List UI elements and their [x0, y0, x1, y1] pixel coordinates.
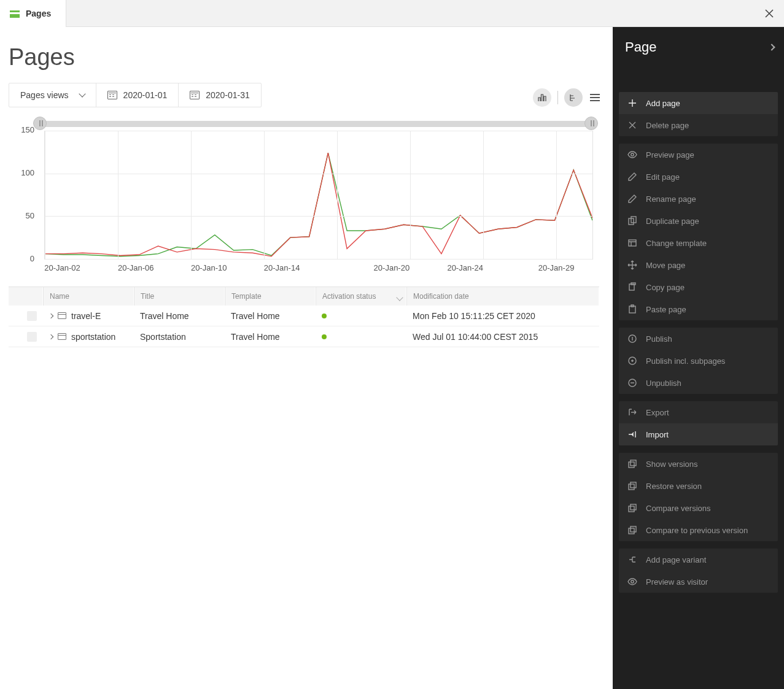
metric-label: Pages views	[20, 90, 69, 100]
svg-rect-16	[631, 504, 636, 510]
sidebar-group: ExportImport	[619, 401, 778, 445]
page-icon	[58, 312, 66, 319]
tab-pages[interactable]: Pages	[0, 0, 66, 27]
date-to-input[interactable]: 2020-01-31	[178, 83, 261, 107]
sidebar-action-delete-page: Delete page	[619, 114, 778, 136]
variant-icon	[627, 555, 637, 564]
x-tick: 20-Jan-24	[447, 263, 483, 272]
sidebar-title: Page	[625, 39, 656, 55]
calendar-icon	[190, 91, 200, 99]
date-from-input[interactable]: 2020-01-01	[96, 83, 179, 107]
svg-rect-13	[629, 484, 634, 490]
cell-name: travel-E	[71, 311, 101, 321]
slider-track	[38, 121, 593, 127]
calendar-icon	[107, 91, 117, 99]
unpublish-icon	[627, 378, 637, 388]
x-tick: 20-Jan-10	[191, 263, 227, 272]
table-body: travel-ETravel HomeTravel HomeMon Feb 10…	[9, 306, 599, 347]
svg-rect-14	[631, 482, 636, 488]
sidebar-header[interactable]: Page	[613, 27, 784, 67]
sidebar-action-add-page-variant: Add page variant	[619, 549, 778, 571]
sidebar-action-preview-page: Preview page	[619, 144, 778, 166]
svg-point-0	[631, 153, 634, 156]
y-tick: 50	[26, 211, 34, 220]
x-axis: 20-Jan-0220-Jan-0620-Jan-1020-Jan-1420-J…	[44, 263, 593, 277]
expand-icon[interactable]	[49, 313, 53, 318]
sidebar-action-label: Paste page	[646, 305, 686, 314]
sidebar-action-change-template: Change template	[619, 232, 778, 254]
x-tick: 20-Jan-14	[264, 263, 300, 272]
export-icon	[627, 407, 637, 417]
sidebar-action-copy-page: Copy page	[619, 276, 778, 298]
row-checkbox[interactable]	[27, 332, 37, 342]
sidebar-action-label: Publish incl. subpages	[646, 356, 725, 366]
eye-icon	[627, 150, 637, 160]
sidebar-action-label: Publish	[646, 334, 672, 344]
list-view-button[interactable]	[590, 94, 600, 101]
svg-rect-15	[629, 506, 634, 512]
slider-handle-left[interactable]	[33, 117, 47, 130]
series-line	[45, 153, 592, 256]
svg-rect-12	[631, 460, 636, 466]
svg-point-19	[631, 580, 634, 583]
table-row[interactable]: sportstationSportstationTravel HomeWed J…	[9, 326, 599, 347]
action-sidebar: Page Add pageDelete pagePreview pageEdit…	[613, 27, 784, 689]
sidebar-group: PublishPublish incl. subpagesUnpublish	[619, 328, 778, 394]
expand-icon[interactable]	[49, 334, 53, 339]
sidebar-group: Add page variantPreview as visitor	[619, 549, 778, 593]
sidebar-action-import[interactable]: Import	[619, 423, 778, 445]
col-template[interactable]: Template	[225, 287, 316, 306]
sidebar-action-duplicate-page: Duplicate page	[619, 210, 778, 232]
row-checkbox[interactable]	[27, 311, 37, 321]
pencil-icon	[627, 172, 637, 182]
sidebar-action-label: Edit page	[646, 172, 680, 182]
page-icon	[58, 333, 66, 340]
x-tick: 20-Jan-06	[118, 263, 154, 272]
close-icon[interactable]	[763, 7, 775, 20]
col-title[interactable]: Title	[134, 287, 225, 306]
y-tick: 100	[21, 168, 34, 177]
chart-view-button[interactable]	[533, 88, 551, 107]
sidebar-action-add-page[interactable]: Add page	[619, 92, 778, 114]
col-name[interactable]: Name	[43, 287, 134, 306]
move-icon	[627, 260, 637, 270]
status-dot	[322, 334, 327, 339]
y-tick: 0	[30, 254, 34, 263]
chart: 050100150 20-Jan-0220-Jan-0620-Jan-1020-…	[9, 129, 593, 277]
sidebar-action-move-page: Move page	[619, 254, 778, 276]
paste-icon	[627, 304, 637, 314]
x-tick: 20-Jan-29	[538, 263, 575, 272]
tree-view-button[interactable]	[564, 88, 583, 107]
versions-icon	[627, 459, 637, 469]
sidebar-action-label: Copy page	[646, 283, 685, 292]
table-row[interactable]: travel-ETravel HomeTravel HomeMon Feb 10…	[9, 306, 599, 326]
sidebar-action-label: Move page	[646, 261, 685, 270]
sidebar-action-label: Unpublish	[646, 379, 681, 388]
svg-rect-17	[629, 528, 634, 534]
chart-lines	[45, 131, 592, 259]
svg-rect-18	[631, 526, 636, 532]
sidebar-action-label: Duplicate page	[646, 217, 699, 226]
status-dot	[322, 314, 327, 318]
col-date[interactable]: Modification date	[406, 287, 599, 306]
filter-bar: Pages views 2020-01-01 2020-01-31	[9, 83, 262, 107]
svg-rect-11	[629, 462, 634, 468]
slider-handle-right[interactable]	[584, 117, 598, 130]
col-status[interactable]: Activation status	[316, 287, 406, 306]
publish-icon	[627, 334, 637, 344]
col-checkbox	[9, 287, 43, 306]
sidebar-action-label: Show versions	[646, 460, 698, 469]
y-tick: 150	[21, 125, 34, 134]
pages-table: Name Title Template Activation status Mo…	[9, 287, 599, 347]
top-bar: Pages	[0, 0, 784, 27]
sidebar-action-show-versions: Show versions	[619, 453, 778, 475]
range-slider[interactable]	[38, 118, 593, 127]
metric-select[interactable]: Pages views	[9, 83, 96, 107]
svg-rect-3	[629, 240, 636, 246]
x-icon	[627, 120, 637, 130]
sidebar-action-paste-page: Paste page	[619, 298, 778, 320]
table-header: Name Title Template Activation status Mo…	[9, 287, 599, 306]
cell-title: Sportstation	[140, 332, 186, 342]
date-from-value: 2020-01-01	[123, 90, 168, 100]
sidebar-action-label: Delete page	[646, 121, 689, 130]
